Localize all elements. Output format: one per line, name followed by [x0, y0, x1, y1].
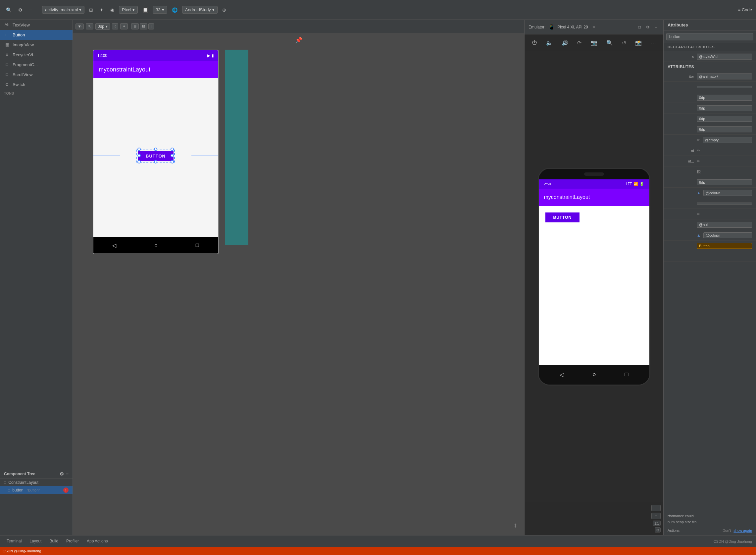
show-again-link[interactable]: show again [733, 528, 752, 532]
palette-item-label-fragment: FragmentC... [12, 62, 38, 67]
camera-icon[interactable]: 📸 [634, 38, 643, 47]
volume-icon[interactable]: 🔈 [545, 38, 554, 47]
tree-header: Component Tree ⚙ − [0, 469, 73, 479]
device-button[interactable]: BUTTON [545, 212, 580, 222]
power-icon[interactable]: ⏻ [530, 38, 539, 47]
palette-item-textview[interactable]: Ab TextView [0, 20, 73, 30]
device-dropdown[interactable]: Pixel ▾ [119, 6, 138, 13]
volume-up-icon[interactable]: 🔊 [560, 38, 569, 47]
emulator-main-content: 2:50 LTE 📶 🔋 myconstraintLayout [524, 51, 663, 535]
zoom-out-button[interactable]: − [651, 513, 661, 519]
palette-item-fragment[interactable]: □ FragmentC... [0, 59, 73, 70]
attr-value-style[interactable]: @style/Wid [697, 54, 752, 59]
zoom-phone-icon[interactable]: 🔍 [605, 38, 614, 47]
api-button[interactable]: 🔲 [141, 6, 150, 14]
globe-button[interactable]: ⊕ [220, 6, 228, 14]
wifi-icon: ▶ [207, 53, 210, 58]
device-square-icon[interactable]: □ [625, 371, 629, 378]
earth-button[interactable]: 🌐 [170, 6, 180, 14]
attr-value-6dp1[interactable]: 6dp [697, 116, 752, 122]
attr-value-8dp[interactable]: 8dp [697, 179, 752, 185]
emulator-maximize-button[interactable]: □ [636, 24, 643, 31]
tree-item-button[interactable]: □ button "Button" ! [0, 486, 73, 494]
eye-button[interactable]: 👁 [76, 24, 84, 30]
margin-dropdown[interactable]: 0dp ▾ [95, 23, 110, 30]
device-home-icon[interactable]: ○ [593, 371, 596, 378]
chevron-down-icon-3: ▾ [162, 7, 164, 12]
zoom-in-button[interactable]: + [651, 505, 661, 511]
palette-item-switch[interactable]: ⊙ Switch [0, 79, 73, 89]
emulator-close-button[interactable]: − [653, 24, 659, 31]
declared-attrs-section: Declared Attributes [664, 43, 756, 51]
tree-close-icon[interactable]: − [66, 471, 69, 477]
magic2-button[interactable]: ✦ [120, 23, 128, 30]
attr-value-6dp2[interactable]: 6dp [697, 126, 752, 132]
api-dropdown[interactable]: 33 ▾ [153, 6, 167, 13]
attr-value-null[interactable]: @null [697, 222, 752, 228]
layers-button[interactable]: ⊞ [87, 6, 95, 14]
project-dropdown[interactable]: AndroidStudy ▾ [182, 6, 217, 13]
layout-tab[interactable]: Layout [27, 538, 44, 545]
magic-button[interactable]: ✦ [98, 6, 106, 14]
edit-icon-2[interactable]: ✏ [697, 148, 700, 153]
cursor-button[interactable]: ↖ [86, 23, 93, 30]
preview-button[interactable]: ◉ [108, 6, 116, 14]
attr-value-empty2[interactable] [697, 203, 752, 205]
screenshot-icon[interactable]: 📷 [589, 38, 598, 47]
chevron-down-icon-4: ▾ [212, 7, 214, 12]
palette-item-recyclerview[interactable]: ≡ RecyclerVi... [0, 50, 73, 59]
close-tab-icon[interactable]: ✕ [592, 25, 595, 30]
emulator-settings-button[interactable]: ⚙ [644, 24, 652, 31]
editor-phone-titlebar: myconstraintLayout [93, 61, 218, 78]
back-rotate-icon[interactable]: ↺ [621, 38, 628, 47]
palette-item-button[interactable]: □ Button [0, 30, 73, 40]
app-actions-tab[interactable]: App Actions [84, 538, 110, 545]
attr-value-emptyattr[interactable]: @empty [703, 137, 752, 143]
handle-tl[interactable] [137, 147, 141, 151]
search-button[interactable]: 🔍 [4, 6, 13, 14]
attributes-search[interactable] [666, 33, 753, 40]
file-dropdown[interactable]: activity_main.xml ▾ [42, 6, 84, 13]
handle-tc[interactable] [154, 147, 157, 151]
more-icon[interactable]: ⋯ [649, 38, 657, 47]
edit-icon-3[interactable]: ✏ [697, 159, 700, 164]
profiler-tab[interactable]: Profiler [64, 538, 81, 545]
attr-value-0dp2[interactable]: 0dp [697, 105, 752, 111]
palette-item-scrollview[interactable]: □ ScrollView [0, 70, 73, 79]
palette-item-imageview[interactable]: ▦ ImageView [0, 40, 73, 50]
attr-value-button-text[interactable]: Button [697, 243, 752, 249]
phone-camera [584, 172, 604, 176]
edit-icon-1[interactable]: ✏ [697, 138, 700, 142]
editor-button[interactable]: BUTTON [138, 151, 173, 161]
tree-settings-icon[interactable]: ⚙ [59, 471, 64, 477]
attr-value-empty1[interactable] [697, 86, 752, 88]
rotate-icon[interactable]: ⟳ [576, 38, 583, 47]
attr-row-animator: itor @animator/ [664, 71, 756, 82]
align-center-button[interactable]: ⊟ [140, 23, 147, 30]
attr-value-0dp1[interactable]: 0dp [697, 95, 752, 100]
attr-value-color1[interactable]: @color/n [703, 190, 752, 196]
fit-button[interactable]: ⊡ [655, 527, 661, 532]
minimize-button[interactable]: − [27, 6, 34, 14]
tree-item-constraintlayout[interactable]: □ ConstraintLayout [0, 479, 73, 486]
resize-handle[interactable]: ⤡ [512, 522, 519, 529]
attr-row-empty-attr: ✏ @empty [664, 135, 756, 145]
attr-row-color1: ▲ @color/n [664, 188, 756, 198]
settings-button[interactable]: ⚙ [16, 6, 25, 14]
build-tab[interactable]: Build [47, 538, 61, 545]
terminal-tab[interactable]: Terminal [4, 538, 24, 545]
textview-icon: Ab [4, 22, 10, 28]
align-left-button[interactable]: ⊟ [131, 23, 139, 30]
handle-tr[interactable] [170, 147, 174, 151]
attr-value-animator[interactable]: @animator/ [697, 74, 752, 79]
palette-section: Ab TextView □ Button ▦ ImageView ≡ Recyc… [0, 20, 73, 469]
attr-value-color2[interactable]: @color/n [703, 232, 752, 238]
ratio-button[interactable]: 1:1 [653, 521, 661, 526]
edit-icon-4[interactable]: ✏ [697, 212, 700, 216]
performance-msg: rformance could [668, 514, 694, 518]
project-label: AndroidStudy [185, 7, 211, 12]
device-back-icon[interactable]: ◁ [560, 371, 564, 378]
image-icon[interactable]: 🖼 [697, 169, 701, 174]
text-align-button[interactable]: I [148, 23, 154, 30]
path-button[interactable]: ⌇ [112, 23, 118, 30]
